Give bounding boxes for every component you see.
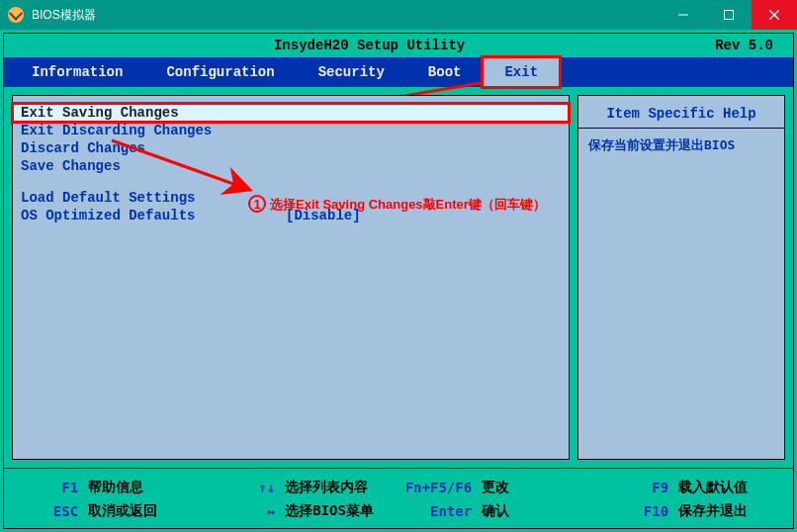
tab-bar: Information Configuration Security Boot … <box>4 57 793 87</box>
legend-key-leftright: ↔ <box>203 500 279 522</box>
menu-panel: Exit Saving Changes Exit Discarding Chan… <box>12 95 570 460</box>
legend-desc-leftright: 选择BIOS菜单 <box>281 500 398 522</box>
window-minimize-button[interactable] <box>661 0 706 30</box>
tab-exit[interactable]: Exit <box>483 57 560 87</box>
legend-desc-enter: 确认 <box>478 500 594 522</box>
window-title: BIOS模拟器 <box>32 7 661 24</box>
legend-key-f10: F10 <box>596 500 672 522</box>
footer-legend: F1 帮助信息 ↑↓ 选择列表内容 Fn+F5/F6 更改 F9 载入默认值 E… <box>4 468 793 528</box>
help-header: Item Specific Help <box>578 104 784 129</box>
window-close-button[interactable] <box>752 0 797 30</box>
legend-desc-f1: 帮助信息 <box>84 477 201 498</box>
menu-item-discard-changes[interactable]: Discard Changes <box>13 139 569 157</box>
annotation-text: 1选择Exit Saving Changes敲Enter键（回车键） <box>248 195 546 214</box>
menu-item-exit-discarding-changes[interactable]: Exit Discarding Changes <box>13 122 569 139</box>
legend-key-esc: ESC <box>6 500 82 522</box>
tab-boot[interactable]: Boot <box>406 57 484 87</box>
legend-key-f9: F9 <box>596 477 672 498</box>
tab-information[interactable]: Information <box>10 57 144 87</box>
bios-title: InsydeH20 Setup Utility <box>24 38 715 53</box>
legend-desc-f9: 载入默认值 <box>674 477 791 498</box>
legend-key-f5f6: Fn+F5/F6 <box>399 477 476 498</box>
menu-item-exit-saving-changes[interactable]: Exit Saving Changes <box>13 104 569 122</box>
app-icon <box>8 7 24 23</box>
tab-configuration[interactable]: Configuration <box>144 57 296 87</box>
help-body: 保存当前设置并退出BIOS <box>578 129 784 162</box>
svg-rect-1 <box>725 11 734 20</box>
window-titlebar: BIOS模拟器 <box>0 0 797 30</box>
legend-key-updown: ↑↓ <box>203 477 279 498</box>
legend-desc-updown: 选择列表内容 <box>281 477 398 498</box>
legend-key-enter: Enter <box>399 500 476 522</box>
window-maximize-button[interactable] <box>706 0 752 30</box>
help-panel: Item Specific Help 保存当前设置并退出BIOS <box>577 95 785 460</box>
legend-key-f1: F1 <box>6 477 82 498</box>
legend-desc-f5f6: 更改 <box>478 477 594 498</box>
menu-spacer <box>13 175 569 189</box>
bios-revision: Rev 5.0 <box>715 38 773 53</box>
legend-desc-f10: 保存并退出 <box>674 500 791 522</box>
annotation-number-icon: 1 <box>248 195 266 213</box>
bios-header: InsydeH20 Setup Utility Rev 5.0 <box>4 34 793 57</box>
legend-desc-esc: 取消或返回 <box>84 500 201 522</box>
menu-item-save-changes[interactable]: Save Changes <box>13 157 569 175</box>
tab-security[interactable]: Security <box>297 57 406 87</box>
